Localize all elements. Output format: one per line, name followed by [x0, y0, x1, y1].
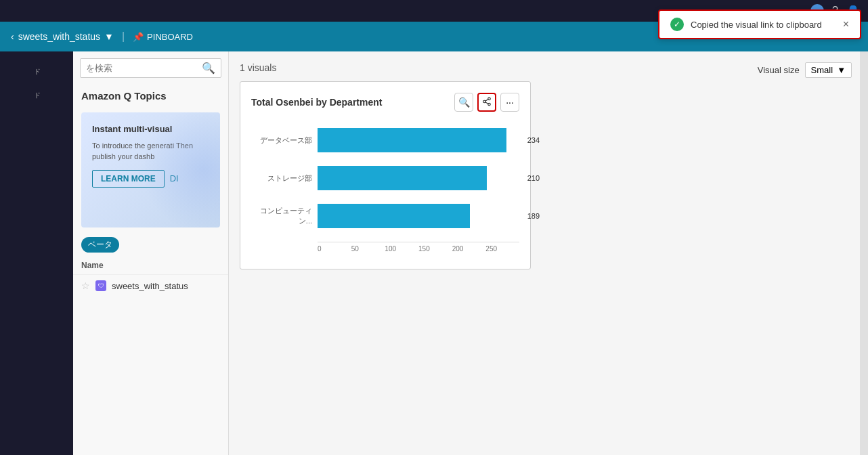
- list-item[interactable]: ☆ 🛡 sweets_with_status: [73, 275, 228, 297]
- bar-row: ストレージ部 210: [251, 166, 519, 190]
- search-box[interactable]: 🔍: [80, 58, 221, 78]
- bar-container: 210: [318, 166, 519, 190]
- magnify-icon: 🔍: [458, 97, 470, 108]
- bar-container: 189: [318, 204, 519, 228]
- x-tick: 150: [418, 245, 452, 253]
- dataset-name: sweets_with_status: [18, 31, 100, 42]
- toast-check-icon: ✓: [670, 18, 684, 31]
- visual-size-select[interactable]: Small ▼: [805, 62, 852, 78]
- chart-title: Total Osenbei by Department: [251, 97, 382, 108]
- chart-actions: 🔍: [454, 93, 519, 112]
- header-separator: |: [122, 30, 125, 43]
- chart-header: Total Osenbei by Department 🔍: [251, 93, 519, 112]
- svg-line-4: [485, 99, 488, 100]
- x-tick: 200: [452, 245, 486, 253]
- name-header: Name: [73, 257, 228, 275]
- search-input[interactable]: [86, 63, 202, 73]
- bar-value: 234: [527, 136, 540, 144]
- ellipsis-icon: ···: [506, 97, 514, 108]
- x-tick: 100: [385, 245, 418, 253]
- back-button[interactable]: ‹ sweets_with_status ▼: [11, 31, 114, 42]
- chart-card: Total Osenbei by Department 🔍: [240, 81, 531, 269]
- toast-notification: ✓ Copied the visual link to clipboard ×: [658, 9, 861, 39]
- dropdown-arrow-icon: ▼: [104, 31, 114, 42]
- x-tick: 250: [485, 245, 519, 253]
- pinboard-link[interactable]: 📌 PINBOARD: [133, 32, 193, 42]
- search-icon: 🔍: [202, 62, 215, 74]
- sidebar-text: ド: [32, 64, 41, 71]
- svg-line-3: [485, 102, 488, 103]
- bar-row: コンピューティン... 189: [251, 204, 519, 228]
- star-icon[interactable]: ☆: [81, 280, 90, 291]
- bar-container: 234: [318, 128, 519, 152]
- bar: [318, 166, 487, 190]
- item-name: sweets_with_status: [112, 281, 188, 291]
- bar: [318, 204, 470, 228]
- visual-size-control: Visual size Small ▼: [758, 62, 852, 78]
- pinboard-icon: 📌: [133, 32, 144, 42]
- promo-card-bg: [137, 112, 220, 228]
- toast-message: Copied the visual link to clipboard: [691, 20, 836, 30]
- toast-close-button[interactable]: ×: [843, 18, 849, 30]
- search-chart-button[interactable]: 🔍: [454, 93, 473, 112]
- bar-chart: データベース部 234 ストレージ部 210 コンピューティン... 189: [251, 123, 519, 258]
- scrollbar[interactable]: [860, 51, 868, 455]
- panel-title: Amazon Q Topics: [73, 85, 228, 107]
- promo-card: Instant multi-visual To introduce the ge…: [81, 112, 220, 228]
- bar-label: コンピューティン...: [251, 206, 312, 226]
- second-panel: 🔍 Amazon Q Topics Instant multi-visual T…: [73, 51, 229, 455]
- bar: [318, 128, 506, 152]
- share-chart-button[interactable]: [477, 93, 496, 112]
- visual-size-label: Visual size: [758, 65, 800, 75]
- x-axis: 050100150200250: [318, 242, 519, 253]
- sidebar-text-2: ド: [32, 87, 41, 95]
- pinboard-label: PINBOARD: [147, 32, 193, 42]
- visual-size-value: Small: [811, 65, 833, 75]
- x-tick: 0: [318, 245, 351, 253]
- left-sidebar: ド ド: [0, 51, 73, 455]
- more-options-button[interactable]: ···: [500, 93, 519, 112]
- back-arrow-icon: ‹: [11, 31, 14, 42]
- bar-label: データベース部: [251, 135, 312, 146]
- bar-value: 210: [527, 174, 540, 182]
- share-icon: [482, 97, 492, 108]
- shield-icon: 🛡: [95, 280, 106, 291]
- x-tick: 50: [351, 245, 385, 253]
- bar-value: 189: [527, 212, 540, 220]
- content-area: 1 visuals Visual size Small ▼ Total Osen…: [229, 51, 868, 455]
- bar-label: ストレージ部: [251, 173, 312, 183]
- bar-row: データベース部 234: [251, 128, 519, 152]
- dropdown-chevron-icon: ▼: [837, 65, 846, 75]
- main-layout: ド ド 🔍 Amazon Q Topics Instant multi-visu…: [0, 51, 868, 455]
- beta-badge: ベータ: [81, 237, 119, 253]
